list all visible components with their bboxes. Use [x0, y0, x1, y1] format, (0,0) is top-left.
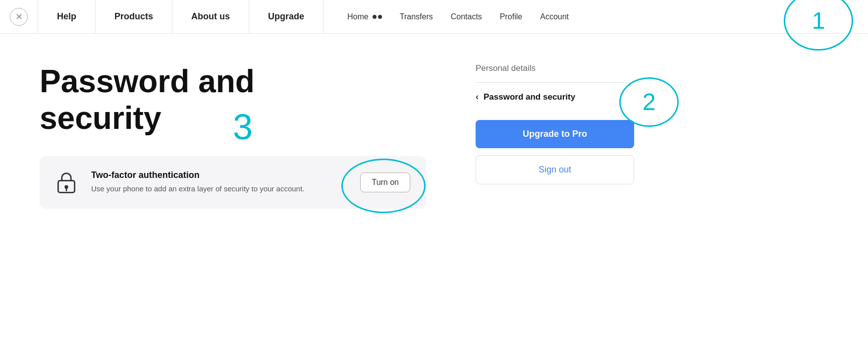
tfa-card: 3 Two-factor authentication Use your pho…: [40, 156, 426, 209]
nav-tab-about[interactable]: About us: [172, 0, 249, 33]
sidebar-personal-details[interactable]: Personal details: [476, 63, 634, 73]
nav-account[interactable]: Account: [531, 12, 578, 21]
upgrade-to-pro-button[interactable]: Upgrade to Pro: [476, 120, 634, 148]
tfa-description: Use your phone to add an extra layer of …: [91, 183, 346, 195]
home-icon: [373, 15, 382, 19]
home-label: Home: [347, 12, 369, 21]
nav-right: Home Transfers Contacts Profile Account: [338, 12, 578, 21]
header: ✕ Help Products About us Upgrade Home Tr…: [0, 0, 868, 34]
nav-profile[interactable]: Profile: [491, 12, 531, 21]
chevron-left-icon: ‹: [476, 92, 479, 102]
annotation-number-2: 2: [643, 90, 656, 114]
nav-transfers[interactable]: Transfers: [391, 12, 442, 21]
turn-on-button[interactable]: Turn on: [360, 172, 410, 192]
left-panel: Password andsecurity 3 Two-factor authen…: [40, 63, 426, 209]
sign-out-button[interactable]: Sign out: [476, 155, 634, 184]
annotation-circle-2: 2: [619, 77, 679, 127]
tfa-text: Two-factor authentication Use your phone…: [91, 170, 346, 195]
lock-icon: [55, 171, 77, 194]
sidebar-active-label: Password and security: [484, 92, 575, 102]
close-button[interactable]: ✕: [10, 8, 28, 26]
right-panel: Personal details ‹ Password and security…: [476, 63, 634, 209]
nav-tab-upgrade[interactable]: Upgrade: [249, 0, 324, 33]
annotation-number-3: 3: [233, 107, 253, 147]
turn-on-wrapper: Turn on: [360, 172, 410, 192]
nav-tabs: Help Products About us Upgrade: [38, 0, 324, 33]
nav-tab-help[interactable]: Help: [38, 0, 96, 33]
sidebar-password-security[interactable]: ‹ Password and security: [476, 92, 634, 102]
nav-contacts[interactable]: Contacts: [442, 12, 491, 21]
nav-home[interactable]: Home: [338, 12, 391, 21]
main-content: Password andsecurity 3 Two-factor authen…: [0, 34, 868, 229]
close-icon: ✕: [15, 11, 23, 22]
tfa-title: Two-factor authentication: [91, 170, 346, 180]
sidebar-divider: [476, 82, 634, 83]
annotation-number-1: 1: [812, 9, 825, 33]
nav-tab-products[interactable]: Products: [96, 0, 172, 33]
